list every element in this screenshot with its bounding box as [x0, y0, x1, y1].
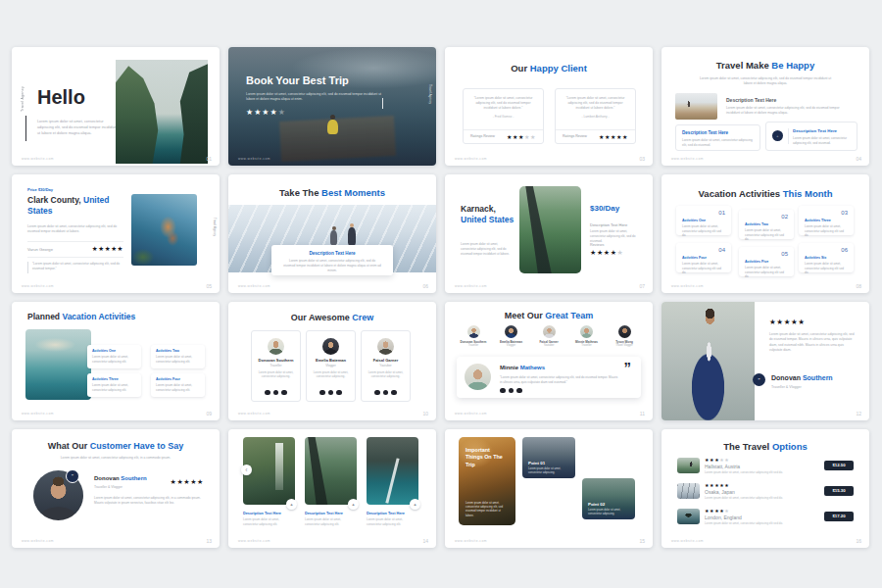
card-body: Lorem ipsum dolor sit amet, consectetur …: [466, 501, 509, 517]
facebook-icon: [509, 388, 514, 394]
slide-16-travel-options[interactable]: The Travel Options ★★★★★ Hallstatt, Aust…: [662, 429, 869, 548]
client-name: - Lambert Anthony -: [556, 115, 635, 119]
price-badge: $12.50: [824, 461, 854, 470]
cliff-bay-photo: [116, 60, 208, 164]
rating-row: Ratings Review ★★★★★: [563, 133, 628, 140]
team-member: Tyson WongTravel Vlogger: [606, 325, 643, 347]
slide-07-karnack[interactable]: Karnack, United States Lorem ipsum dolor…: [445, 174, 653, 293]
title-dark: Clark County,: [27, 195, 81, 205]
travel-option-row: ★★★★★ Hallstatt, Austria Lorem ipsum dol…: [677, 458, 854, 477]
card-title: Activities Four: [156, 377, 180, 381]
destination-name: Osaka, Japan: [705, 489, 735, 495]
name-dark: Donovan: [94, 475, 120, 481]
card-number: 04: [718, 247, 725, 253]
point-title: Point 02: [588, 502, 605, 507]
avatar: [465, 364, 491, 390]
slide-12-testimonial-portrait[interactable]: ★★★★★ Lorem ipsum dolor sit amet, consec…: [662, 302, 869, 420]
card-title: Important Things On The Trip: [466, 447, 505, 468]
slide-body-text: Lorem ipsum dolor sit amet, consectetur …: [37, 120, 118, 137]
slide-body-text: Lorem ipsum dolor sit amet, consectetur …: [461, 242, 514, 256]
website-footer: www.website.com: [238, 412, 270, 416]
slide-04-travel-make-be-happy[interactable]: Travel Make Be Happy Lorem ipsum dolor s…: [662, 47, 869, 166]
slide-body-text: Lorem ipsum dolor sit amet, consectetur …: [27, 224, 123, 234]
slide-title: Meet Our Great Team: [445, 311, 653, 320]
slide-03-our-happy-client[interactable]: Our Happy Client “Lorem ipsum dolor sit …: [445, 47, 653, 166]
crew-member-card: Faisal Garner Youtuber Lorem ipsum dolor…: [361, 330, 411, 402]
destination-desc: Lorem ipsum dolor sit amet, consectetur …: [705, 470, 783, 474]
card-body: Lorem ipsum dolor sit amet, consectetur …: [805, 224, 848, 238]
testimonial-quote: “Lorem ipsum dolor sit amet, consectetur…: [564, 96, 627, 111]
card-body: Lorem ipsum dolor sit amet, consectetur …: [156, 355, 201, 364]
slide-title: What Our Customer Have to Say: [12, 441, 220, 451]
card-number: 05: [781, 251, 788, 257]
price-badge: $15.30: [824, 486, 854, 496]
divider: [27, 257, 123, 258]
card-title: Activities Five: [745, 260, 768, 264]
twitter-icon: [500, 388, 506, 394]
slide-11-meet-our-great-team[interactable]: Meet Our Great Team Donovan SouthernTrav…: [445, 302, 653, 420]
title-blue: Vacation Activities: [62, 312, 135, 321]
chevron-left-icon: ‹: [245, 466, 247, 473]
slide-02-book-your-best-trip[interactable]: Book Your Best Trip Lorem ipsum dolor si…: [228, 47, 436, 166]
point-card: Point 01 Lorem ipsum dolor sit amet, con…: [522, 437, 575, 478]
lake-road-photo: ▲: [367, 437, 418, 505]
member-role: Vlogger: [307, 364, 355, 368]
traveler-figure: [330, 230, 337, 245]
card-body: Lorem ipsum dolor sit amet, consectetur …: [805, 262, 848, 275]
card-body: Lorem ipsum dolor sit amet, consectetur …: [92, 383, 137, 392]
slide-09-planned-vacation-activities[interactable]: Planned Vacation Activities Activities O…: [12, 302, 220, 420]
testimonial-card: “Lorem ipsum dolor sit amet, consectetur…: [555, 88, 636, 144]
website-footer: www.website.com: [455, 539, 487, 543]
twitter-icon: [319, 390, 325, 396]
website-footer: www.website.com: [455, 284, 487, 288]
slide-14-photo-cards[interactable]: ▲ Description Text Here Lorem ipsum dolo…: [228, 429, 436, 548]
page-number: 16: [856, 538, 861, 544]
destination-thumbnail: [677, 483, 700, 499]
destination-name: Hallstatt, Austria: [705, 464, 740, 469]
slide-10-our-awesome-crew[interactable]: Our Awesome Crew Donovan Southern Travel…: [228, 302, 436, 420]
slide-15-important-things[interactable]: Important Things On The Trip Lorem ipsum…: [445, 429, 653, 548]
avatar: [377, 338, 394, 355]
slide-08-vacation-activities-this-month[interactable]: Vacation Activities This Month 01 Activi…: [662, 174, 869, 293]
price-eyebrow: Price $30/Day: [27, 187, 53, 192]
website-footer: www.website.com: [22, 284, 54, 288]
stars-filled: ★★★★: [705, 508, 724, 514]
activity-card: 01 Activities One Lorem ipsum dolor sit …: [676, 206, 731, 235]
page-number: 03: [639, 156, 645, 162]
page-number: 05: [206, 283, 212, 289]
slide-05-clark-county[interactable]: Price $30/Day Clark County, United State…: [12, 174, 220, 293]
title-dark: The Travel: [723, 441, 769, 452]
testimonial-body: Lorem ipsum dolor sit amet, consectetur …: [94, 496, 204, 506]
page-number: 12: [856, 411, 861, 416]
title-blue: Happy Client: [530, 63, 587, 74]
traveler-figure: [348, 227, 356, 245]
quote-badge-icon: ”: [66, 469, 79, 483]
instagram-icon: [391, 390, 397, 396]
card-body: Lorem ipsum dolor sit amet, consectetur …: [92, 355, 137, 364]
team-member: Minnie MathewsTraveller: [568, 325, 606, 347]
activity-card: 02 Activities Two Lorem ipsum dolor sit …: [739, 210, 794, 239]
activity-card: 04 Activities Four Lorem ipsum dolor sit…: [676, 243, 731, 272]
avatar: [467, 325, 480, 338]
slide-13-customer-testimonial[interactable]: What Our Customer Have to Say Lorem ipsu…: [12, 429, 220, 548]
slide-title: Planned Vacation Activities: [27, 312, 135, 321]
review-quote: “Lorem ipsum dolor sit amet, consectetur…: [32, 262, 121, 271]
star-rating: ★★★★★: [92, 245, 123, 253]
slide-01-hello[interactable]: Travel Agency Hello Lorem ipsum dolor si…: [12, 47, 220, 166]
slide-subtitle: Lorem ipsum dolor sit amet, consectetur …: [51, 456, 180, 461]
slide-title: The Travel Options: [662, 441, 869, 452]
star-rating: ★★★★★: [507, 133, 536, 140]
slide-gallery: Travel Agency Hello Lorem ipsum dolor si…: [12, 47, 869, 548]
slide-06-take-the-best-moments[interactable]: Take The Best Moments Description Text H…: [228, 174, 436, 293]
point-title: Point 01: [528, 461, 545, 466]
avatar: [322, 338, 339, 355]
card-title: Activities One: [92, 349, 116, 353]
carousel-prev-button[interactable]: ‹: [241, 465, 252, 475]
star-rating: ★★★★★: [705, 457, 729, 463]
stars-filled: ★★★★: [246, 108, 278, 117]
star-rating: ★★★★★: [769, 318, 806, 326]
stars-empty: ★: [278, 108, 286, 117]
travel-option-row: ★★★★★ London, England Lorem ipsum dolor …: [677, 509, 854, 528]
star-rating: ★★★★★: [705, 482, 729, 488]
website-footer: www.website.com: [22, 412, 54, 416]
